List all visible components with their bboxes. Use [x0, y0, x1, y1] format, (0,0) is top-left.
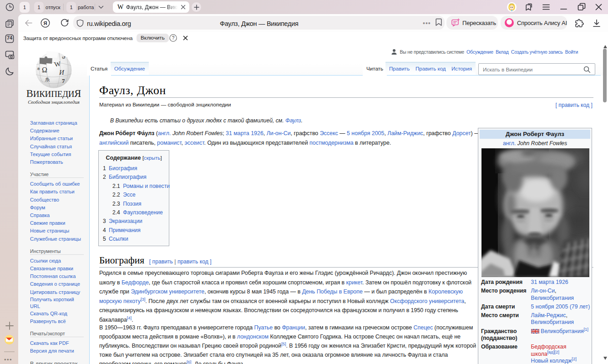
svg-text:糸: 糸	[45, 77, 50, 82]
svg-text:?: ?	[172, 35, 175, 40]
svg-text:Ω: Ω	[42, 66, 47, 74]
svg-text:7: 7	[62, 77, 65, 84]
svg-text:И: И	[59, 69, 65, 76]
svg-text:Я: Я	[44, 20, 47, 26]
